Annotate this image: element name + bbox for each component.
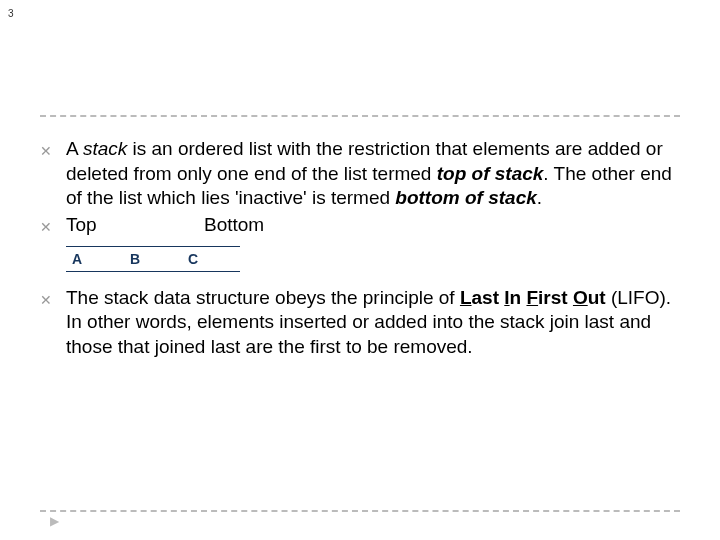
top-bottom-labels: TopBottom — [66, 213, 264, 238]
term-top-of-stack: top of stack — [437, 163, 544, 184]
cell-a: A — [66, 246, 124, 272]
top-divider — [40, 115, 680, 117]
bullet-icon: ✕ — [40, 143, 54, 159]
cell-c: C — [182, 246, 240, 272]
bottom-divider — [40, 510, 680, 512]
slide-number: 3 — [8, 8, 720, 19]
bullet-item-1: ✕ A stack is an ordered list with the re… — [40, 137, 680, 211]
lifo-ut: ut — [588, 287, 606, 308]
text: The stack data structure obeys the princ… — [66, 287, 460, 308]
bullet-item-2: ✕ TopBottom — [40, 213, 680, 238]
text: . — [537, 187, 542, 208]
term-bottom-of-stack: bottom of stack — [395, 187, 536, 208]
lifo-irst: irst — [538, 287, 573, 308]
lifo-ast: ast — [472, 287, 505, 308]
label-top: Top — [66, 213, 204, 238]
bullet-item-3: ✕ The stack data structure obeys the pri… — [40, 286, 680, 360]
bullet-icon: ✕ — [40, 292, 54, 308]
lifo-F: F — [526, 287, 538, 308]
bullet-icon: ✕ — [40, 219, 54, 235]
lifo-O: O — [573, 287, 588, 308]
label-bottom: Bottom — [204, 213, 264, 238]
stack-cells: A B C — [66, 246, 680, 272]
cell-b: B — [124, 246, 182, 272]
text: A — [66, 138, 83, 159]
lifo-n: n — [510, 287, 527, 308]
nav-cue-icon: ▶ — [50, 514, 59, 528]
lifo-L: L — [460, 287, 472, 308]
content-area: ✕ A stack is an ordered list with the re… — [40, 115, 680, 362]
paragraph-2: The stack data structure obeys the princ… — [66, 286, 680, 360]
term-stack: stack — [83, 138, 127, 159]
paragraph-1: A stack is an ordered list with the rest… — [66, 137, 680, 211]
